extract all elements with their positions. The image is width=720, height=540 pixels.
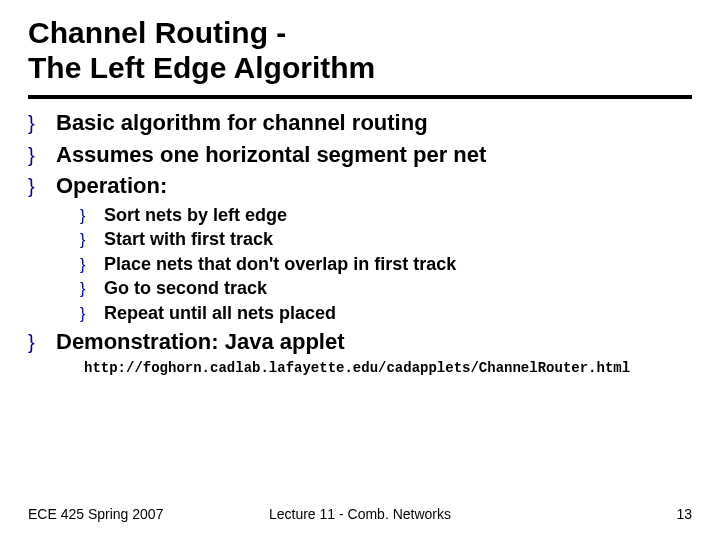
bullet-text: Assumes one horizontal segment per net [56,141,486,169]
bullet-text: Basic algorithm for channel routing [56,109,428,137]
sub-bullet-text: Go to second track [104,277,267,300]
bullet-icon: } [80,302,104,323]
bullet-text: Demonstration: Java applet [56,328,345,356]
footer-page-number: 13 [676,506,692,522]
sub-bullet-item: } Sort nets by left edge [80,204,692,227]
bullet-icon: } [80,277,104,298]
sub-bullet-item: } Repeat until all nets placed [80,302,692,325]
bullet-icon: } [28,109,56,135]
bullet-icon: } [80,253,104,274]
sub-bullet-text: Sort nets by left edge [104,204,287,227]
bullet-text: Operation: [56,172,167,200]
bullet-icon: } [28,141,56,167]
sub-bullet-text: Place nets that don't overlap in first t… [104,253,456,276]
bullet-icon: } [80,228,104,249]
bullet-item: } Operation: [28,172,692,200]
bullet-icon: } [80,204,104,225]
sub-bullet-item: } Start with first track [80,228,692,251]
title-line-1: Channel Routing - [28,16,286,49]
footer-center: Lecture 11 - Comb. Networks [269,506,451,522]
sub-bullet-text: Start with first track [104,228,273,251]
slide-title: Channel Routing - The Left Edge Algorith… [0,0,720,91]
bullet-item: } Basic algorithm for channel routing [28,109,692,137]
sub-bullet-item: } Place nets that don't overlap in first… [80,253,692,276]
title-line-2: The Left Edge Algorithm [28,51,375,84]
bullet-item: } Demonstration: Java applet [28,328,692,356]
slide: Channel Routing - The Left Edge Algorith… [0,0,720,540]
title-divider [28,95,692,99]
slide-body: } Basic algorithm for channel routing } … [0,109,720,376]
bullet-item: } Assumes one horizontal segment per net [28,141,692,169]
url-text: http://foghorn.cadlab.lafayette.edu/cada… [84,360,692,377]
sub-bullet-item: } Go to second track [80,277,692,300]
sub-bullet-text: Repeat until all nets placed [104,302,336,325]
bullet-icon: } [28,172,56,198]
slide-footer: ECE 425 Spring 2007 Lecture 11 - Comb. N… [0,506,720,522]
footer-left: ECE 425 Spring 2007 [28,506,163,522]
bullet-icon: } [28,328,56,354]
